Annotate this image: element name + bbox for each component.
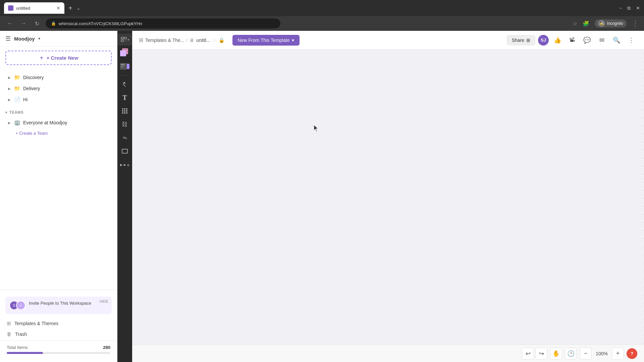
sticky-note-tool[interactable] <box>119 47 131 59</box>
address-bar: ← → ↻ 🔒 whimsical.com/ATnVCrjiCKS6tLGPup… <box>0 16 644 31</box>
comment-button[interactable]: 💬 <box>581 34 593 46</box>
share-grid-icon: ⊞ <box>526 38 530 43</box>
breadcrumb-current-name: untitl... <box>196 38 210 43</box>
trash-can-icon: 🗑 <box>7 331 12 337</box>
arrow-tool[interactable]: ↱ <box>119 78 131 90</box>
pen-icon: ✎ <box>121 134 128 142</box>
close-button[interactable]: ✕ <box>636 5 640 11</box>
hi-chevron-icon: ▶ <box>8 98 11 102</box>
frame-tool[interactable] <box>119 145 131 157</box>
tab-close-button[interactable]: ✕ <box>56 5 60 11</box>
sidebar-item-hi[interactable]: ▶ 📄 Hi <box>3 94 114 105</box>
history-button[interactable]: 🕐 <box>565 348 577 360</box>
square-icon: ■ <box>123 163 125 167</box>
frame-rect-icon <box>122 149 128 154</box>
zoom-level-display: 100% <box>594 351 609 356</box>
breadcrumb-folder-link[interactable]: Templates & The... <box>145 38 184 43</box>
bottom-links: ⊞ Templates & Themes 🗑 Trash <box>0 317 117 341</box>
grid-tool[interactable] <box>119 105 131 117</box>
create-team-item[interactable]: + Create a Team <box>3 128 114 138</box>
svg-rect-3 <box>124 40 126 42</box>
trash-label: Trash <box>15 331 27 337</box>
thumbs-up-button[interactable]: 👍 <box>551 34 564 46</box>
toolbar-separator <box>121 75 129 75</box>
zoom-in-button[interactable]: + <box>612 348 624 360</box>
maximize-button[interactable]: ⧉ <box>627 5 631 11</box>
tab-overflow-button[interactable]: ⌄ <box>76 5 80 11</box>
breadcrumb-grid-icon: ⊞ <box>139 37 143 43</box>
total-items-count: 280 <box>103 345 110 350</box>
templates-themes-link[interactable]: ⊞ Templates & Themes <box>0 318 117 329</box>
frame-selector-tool[interactable]: ▾ <box>118 34 132 46</box>
new-tab-button[interactable]: + <box>68 4 72 12</box>
delivery-folder-icon: 📁 <box>14 85 20 92</box>
hand-tool-button[interactable]: ✋ <box>550 348 562 360</box>
sidebar-menu-icon[interactable]: ☰ <box>5 35 11 42</box>
new-from-template-button[interactable]: New From This Template ▾ <box>232 35 300 46</box>
url-bar[interactable]: 🔒 whimsical.com/ATnVCrjiCKS6tLGPupkYHn <box>46 18 280 28</box>
sidebar-header: ☰ Moodjoy ▾ <box>0 31 117 47</box>
templates-label: Templates & Themes <box>14 321 58 326</box>
workspace-name[interactable]: Moodjoy <box>14 36 35 42</box>
card-tool[interactable] <box>119 60 131 72</box>
share-label: Share <box>512 38 524 43</box>
everyone-chevron-icon: ▶ <box>8 121 11 125</box>
browser-titlebar: untitled ✕ + ⌄ − ⧉ ✕ <box>0 0 644 16</box>
link-tool[interactable]: ⛓ <box>119 118 131 130</box>
pen-tool[interactable]: ✎ <box>119 132 131 144</box>
back-button[interactable]: ← <box>5 20 15 26</box>
zoom-out-button[interactable]: − <box>580 348 592 360</box>
sidebar: ☰ Moodjoy ▾ ＋ + Create New ▶ 📁 Discovery… <box>0 31 117 362</box>
more-options-button[interactable]: ⋮ <box>625 34 637 46</box>
reload-button[interactable]: ↻ <box>32 20 42 27</box>
sidebar-item-everyone[interactable]: ▶ 🏢 Everyone at Moodjoy <box>3 117 114 128</box>
sidebar-nav: ▶ 📁 Discovery ▶ 📁 Delivery ▶ 📄 Hi ▾ TEAM… <box>0 69 117 290</box>
extension-puzzle-icon[interactable]: 🧩 <box>583 20 589 27</box>
bookmark-star-icon[interactable]: ☆ <box>573 20 577 27</box>
sidebar-item-discovery[interactable]: ▶ 📁 Discovery <box>3 72 114 83</box>
share-button[interactable]: Share ⊞ <box>507 35 535 45</box>
user-avatar[interactable]: SJ <box>538 35 549 46</box>
discovery-chevron-icon: ▶ <box>8 76 11 79</box>
everyone-team-icon: 🏢 <box>14 120 20 126</box>
undo-button[interactable]: ↩ <box>522 348 534 360</box>
delivery-chevron-icon: ▶ <box>8 87 11 90</box>
text-tool[interactable]: T <box>119 92 131 104</box>
header-actions: Share ⊞ SJ 👍 📽 💬 ✉ 🔍 ⋮ <box>507 34 637 46</box>
breadcrumb-star-icon[interactable]: ☆ <box>212 38 217 43</box>
sidebar-item-delivery[interactable]: ▶ 📁 Delivery <box>3 83 114 94</box>
present-button[interactable]: 📽 <box>566 34 578 46</box>
teams-section-chevron-icon[interactable]: ▾ <box>5 111 7 114</box>
search-button[interactable]: 🔍 <box>610 34 623 46</box>
redo-button[interactable]: ↪ <box>535 348 547 360</box>
ssl-lock-icon: 🔒 <box>51 21 56 26</box>
media-tool[interactable]: ▶ ■ ⊕ <box>119 159 131 171</box>
create-new-button[interactable]: ＋ + Create New <box>5 51 112 65</box>
canvas[interactable] <box>132 50 644 345</box>
total-items-section: Total Items 280 <box>0 341 117 358</box>
storage-progress-bar <box>7 352 110 354</box>
invite-card: S + Invite People to This Workspace HIDE <box>5 297 112 314</box>
app-header: ⊞ Templates & The... / 🖥 untitl... ☆ 🔒 N… <box>132 31 644 50</box>
browser-tab[interactable]: untitled ✕ <box>4 2 64 14</box>
invite-hide-button[interactable]: HIDE <box>100 299 108 303</box>
send-button[interactable]: ✉ <box>596 34 608 46</box>
breadcrumb-lock-icon: 🔒 <box>219 38 224 43</box>
discovery-folder-icon: 📁 <box>14 74 20 80</box>
minimize-button[interactable]: − <box>619 5 622 11</box>
invite-avatars: S + <box>9 301 25 310</box>
trash-link[interactable]: 🗑 Trash <box>0 329 117 339</box>
teams-section-header: ▾ TEAMS <box>0 108 117 117</box>
browser-menu-button[interactable]: ⋮ <box>632 19 639 27</box>
arrow-icon: ↱ <box>120 79 130 89</box>
help-button[interactable]: ? <box>627 348 637 359</box>
breadcrumb-monitor-icon: 🖥 <box>190 38 194 43</box>
tab-title: untitled <box>16 6 30 11</box>
workspace-chevron-icon[interactable]: ▾ <box>38 36 40 41</box>
frame-selector-icon <box>121 37 127 42</box>
card-icon <box>120 63 129 70</box>
invite-text[interactable]: Invite People to This Workspace <box>29 301 91 306</box>
text-t-icon: T <box>122 94 127 102</box>
browser-actions: ☆ 🧩 🕵 Incognito ⋮ <box>573 19 639 27</box>
forward-button[interactable]: → <box>19 20 28 26</box>
